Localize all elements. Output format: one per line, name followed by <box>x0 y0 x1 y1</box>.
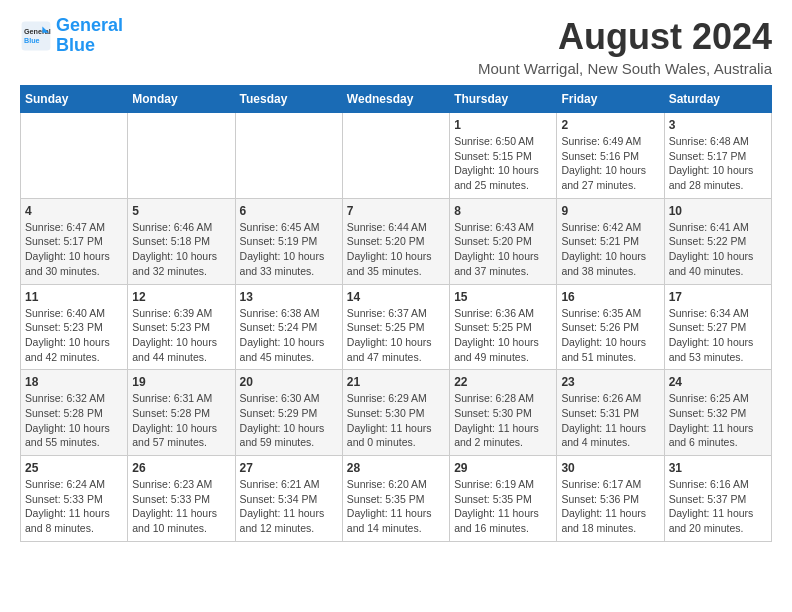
day-number: 23 <box>561 375 659 389</box>
day-info: Sunrise: 6:43 AMSunset: 5:20 PMDaylight:… <box>454 220 552 279</box>
header-tuesday: Tuesday <box>235 86 342 113</box>
day-info: Sunrise: 6:16 AMSunset: 5:37 PMDaylight:… <box>669 477 767 536</box>
day-number: 31 <box>669 461 767 475</box>
svg-text:Blue: Blue <box>24 36 40 45</box>
table-row: 18Sunrise: 6:32 AMSunset: 5:28 PMDayligh… <box>21 370 128 456</box>
day-info: Sunrise: 6:29 AMSunset: 5:30 PMDaylight:… <box>347 391 445 450</box>
table-row <box>342 113 449 199</box>
day-number: 14 <box>347 290 445 304</box>
month-title: August 2024 <box>478 16 772 58</box>
day-number: 2 <box>561 118 659 132</box>
day-info: Sunrise: 6:28 AMSunset: 5:30 PMDaylight:… <box>454 391 552 450</box>
table-row: 23Sunrise: 6:26 AMSunset: 5:31 PMDayligh… <box>557 370 664 456</box>
calendar-week-row: 1Sunrise: 6:50 AMSunset: 5:15 PMDaylight… <box>21 113 772 199</box>
day-info: Sunrise: 6:24 AMSunset: 5:33 PMDaylight:… <box>25 477 123 536</box>
calendar-week-row: 25Sunrise: 6:24 AMSunset: 5:33 PMDayligh… <box>21 456 772 542</box>
table-row <box>21 113 128 199</box>
header-saturday: Saturday <box>664 86 771 113</box>
day-info: Sunrise: 6:40 AMSunset: 5:23 PMDaylight:… <box>25 306 123 365</box>
day-number: 26 <box>132 461 230 475</box>
header-monday: Monday <box>128 86 235 113</box>
day-info: Sunrise: 6:38 AMSunset: 5:24 PMDaylight:… <box>240 306 338 365</box>
header-thursday: Thursday <box>450 86 557 113</box>
day-number: 1 <box>454 118 552 132</box>
calendar-week-row: 4Sunrise: 6:47 AMSunset: 5:17 PMDaylight… <box>21 198 772 284</box>
table-row: 27Sunrise: 6:21 AMSunset: 5:34 PMDayligh… <box>235 456 342 542</box>
table-row <box>235 113 342 199</box>
header-wednesday: Wednesday <box>342 86 449 113</box>
table-row: 10Sunrise: 6:41 AMSunset: 5:22 PMDayligh… <box>664 198 771 284</box>
calendar-header-row: Sunday Monday Tuesday Wednesday Thursday… <box>21 86 772 113</box>
table-row: 26Sunrise: 6:23 AMSunset: 5:33 PMDayligh… <box>128 456 235 542</box>
day-number: 11 <box>25 290 123 304</box>
day-info: Sunrise: 6:39 AMSunset: 5:23 PMDaylight:… <box>132 306 230 365</box>
table-row: 8Sunrise: 6:43 AMSunset: 5:20 PMDaylight… <box>450 198 557 284</box>
day-info: Sunrise: 6:41 AMSunset: 5:22 PMDaylight:… <box>669 220 767 279</box>
table-row: 9Sunrise: 6:42 AMSunset: 5:21 PMDaylight… <box>557 198 664 284</box>
logo: General Blue General Blue <box>20 16 123 56</box>
day-info: Sunrise: 6:25 AMSunset: 5:32 PMDaylight:… <box>669 391 767 450</box>
table-row: 2Sunrise: 6:49 AMSunset: 5:16 PMDaylight… <box>557 113 664 199</box>
header-sunday: Sunday <box>21 86 128 113</box>
table-row: 25Sunrise: 6:24 AMSunset: 5:33 PMDayligh… <box>21 456 128 542</box>
day-info: Sunrise: 6:50 AMSunset: 5:15 PMDaylight:… <box>454 134 552 193</box>
day-number: 9 <box>561 204 659 218</box>
table-row: 7Sunrise: 6:44 AMSunset: 5:20 PMDaylight… <box>342 198 449 284</box>
day-number: 20 <box>240 375 338 389</box>
table-row: 30Sunrise: 6:17 AMSunset: 5:36 PMDayligh… <box>557 456 664 542</box>
day-number: 7 <box>347 204 445 218</box>
day-info: Sunrise: 6:23 AMSunset: 5:33 PMDaylight:… <box>132 477 230 536</box>
logo-line1: General <box>56 15 123 35</box>
day-info: Sunrise: 6:19 AMSunset: 5:35 PMDaylight:… <box>454 477 552 536</box>
logo-icon: General Blue <box>20 20 52 52</box>
day-info: Sunrise: 6:30 AMSunset: 5:29 PMDaylight:… <box>240 391 338 450</box>
table-row: 5Sunrise: 6:46 AMSunset: 5:18 PMDaylight… <box>128 198 235 284</box>
day-number: 19 <box>132 375 230 389</box>
day-number: 16 <box>561 290 659 304</box>
day-info: Sunrise: 6:17 AMSunset: 5:36 PMDaylight:… <box>561 477 659 536</box>
table-row: 4Sunrise: 6:47 AMSunset: 5:17 PMDaylight… <box>21 198 128 284</box>
table-row: 1Sunrise: 6:50 AMSunset: 5:15 PMDaylight… <box>450 113 557 199</box>
day-number: 18 <box>25 375 123 389</box>
calendar-table: Sunday Monday Tuesday Wednesday Thursday… <box>20 85 772 542</box>
logo-text: General Blue <box>56 16 123 56</box>
day-number: 15 <box>454 290 552 304</box>
table-row <box>128 113 235 199</box>
day-info: Sunrise: 6:48 AMSunset: 5:17 PMDaylight:… <box>669 134 767 193</box>
day-number: 17 <box>669 290 767 304</box>
table-row: 14Sunrise: 6:37 AMSunset: 5:25 PMDayligh… <box>342 284 449 370</box>
day-number: 5 <box>132 204 230 218</box>
day-info: Sunrise: 6:42 AMSunset: 5:21 PMDaylight:… <box>561 220 659 279</box>
logo-line2: Blue <box>56 35 95 55</box>
day-info: Sunrise: 6:46 AMSunset: 5:18 PMDaylight:… <box>132 220 230 279</box>
table-row: 3Sunrise: 6:48 AMSunset: 5:17 PMDaylight… <box>664 113 771 199</box>
day-number: 29 <box>454 461 552 475</box>
day-info: Sunrise: 6:47 AMSunset: 5:17 PMDaylight:… <box>25 220 123 279</box>
table-row: 21Sunrise: 6:29 AMSunset: 5:30 PMDayligh… <box>342 370 449 456</box>
table-row: 13Sunrise: 6:38 AMSunset: 5:24 PMDayligh… <box>235 284 342 370</box>
location-subtitle: Mount Warrigal, New South Wales, Austral… <box>478 60 772 77</box>
calendar-week-row: 18Sunrise: 6:32 AMSunset: 5:28 PMDayligh… <box>21 370 772 456</box>
table-row: 6Sunrise: 6:45 AMSunset: 5:19 PMDaylight… <box>235 198 342 284</box>
day-number: 12 <box>132 290 230 304</box>
day-number: 6 <box>240 204 338 218</box>
day-number: 27 <box>240 461 338 475</box>
day-info: Sunrise: 6:35 AMSunset: 5:26 PMDaylight:… <box>561 306 659 365</box>
day-info: Sunrise: 6:31 AMSunset: 5:28 PMDaylight:… <box>132 391 230 450</box>
day-info: Sunrise: 6:26 AMSunset: 5:31 PMDaylight:… <box>561 391 659 450</box>
day-number: 10 <box>669 204 767 218</box>
table-row: 15Sunrise: 6:36 AMSunset: 5:25 PMDayligh… <box>450 284 557 370</box>
day-info: Sunrise: 6:21 AMSunset: 5:34 PMDaylight:… <box>240 477 338 536</box>
day-info: Sunrise: 6:34 AMSunset: 5:27 PMDaylight:… <box>669 306 767 365</box>
day-number: 28 <box>347 461 445 475</box>
table-row: 17Sunrise: 6:34 AMSunset: 5:27 PMDayligh… <box>664 284 771 370</box>
day-number: 13 <box>240 290 338 304</box>
title-area: August 2024 Mount Warrigal, New South Wa… <box>478 16 772 77</box>
table-row: 16Sunrise: 6:35 AMSunset: 5:26 PMDayligh… <box>557 284 664 370</box>
table-row: 28Sunrise: 6:20 AMSunset: 5:35 PMDayligh… <box>342 456 449 542</box>
day-number: 22 <box>454 375 552 389</box>
table-row: 29Sunrise: 6:19 AMSunset: 5:35 PMDayligh… <box>450 456 557 542</box>
day-number: 4 <box>25 204 123 218</box>
calendar-week-row: 11Sunrise: 6:40 AMSunset: 5:23 PMDayligh… <box>21 284 772 370</box>
table-row: 11Sunrise: 6:40 AMSunset: 5:23 PMDayligh… <box>21 284 128 370</box>
